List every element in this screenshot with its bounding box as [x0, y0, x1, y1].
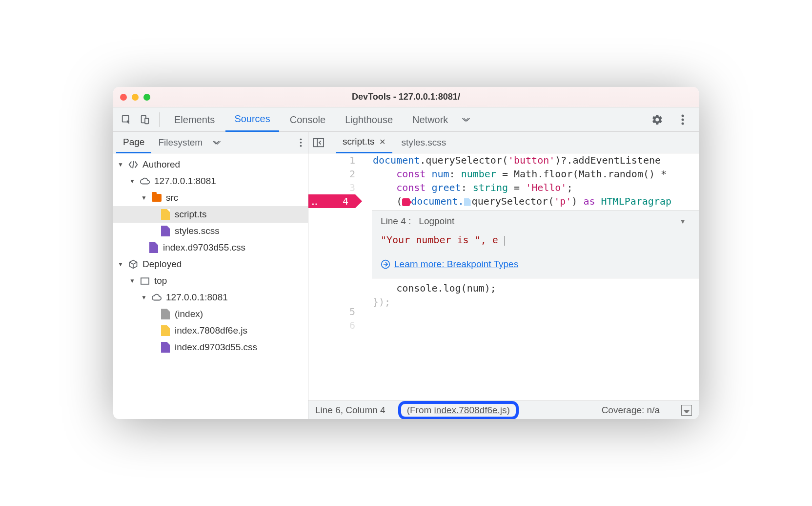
tree-file-index-css-deployed[interactable]: index.d9703d55.css	[113, 339, 308, 356]
chevron-down-icon: ▼	[117, 161, 124, 168]
tree-top[interactable]: ▼ top	[113, 273, 308, 289]
sidebar-tab-filesystem[interactable]: Filesystem	[151, 132, 209, 153]
coverage-status: Coverage: n/a	[602, 405, 660, 416]
tree-section-authored[interactable]: ▼ Authored	[113, 156, 308, 173]
svg-point-5	[682, 122, 684, 125]
more-tabs-icon[interactable]	[459, 117, 473, 123]
logpoint-line-label: Line 4 :	[381, 214, 411, 228]
file-icon	[160, 309, 171, 319]
editor-tab-script-ts[interactable]: script.ts ✕	[336, 132, 392, 153]
chevron-down-icon: ▼	[129, 277, 136, 284]
settings-gear-icon[interactable]	[649, 111, 666, 128]
svg-point-3	[682, 114, 684, 117]
source-editor: script.ts ✕ styles.scss 1 2 3 4 document…	[308, 132, 699, 419]
editor-tabbar: script.ts ✕ styles.scss	[308, 132, 699, 153]
box-icon	[128, 259, 139, 269]
tree-label: index.d9703d55.css	[163, 242, 245, 253]
svg-point-7	[300, 142, 302, 144]
tree-label: Deployed	[142, 259, 182, 270]
main-tabbar: Elements Sources Console Lighthouse Netw…	[113, 107, 699, 132]
frame-icon	[140, 277, 150, 285]
tree-label: 127.0.0.1:8081	[166, 292, 228, 303]
source-map-origin[interactable]: (From index.7808df6e.js)	[402, 404, 515, 417]
tree-label: Authored	[142, 159, 180, 170]
chevron-down-icon: ▼	[129, 178, 136, 185]
breakpoint-marker: 4	[308, 194, 355, 208]
cloud-icon	[140, 177, 150, 185]
tree-label: (index)	[175, 309, 203, 319]
sidebar-tab-page[interactable]: Page	[116, 132, 151, 153]
chevron-down-icon: ▼	[117, 261, 124, 268]
svg-rect-9	[141, 278, 149, 284]
tree-label: index.7808df6e.js	[175, 325, 247, 336]
tree-section-deployed[interactable]: ▼ Deployed	[113, 256, 308, 273]
close-tab-icon[interactable]: ✕	[379, 137, 386, 147]
file-icon	[160, 342, 171, 353]
chevron-down-icon: ▼	[141, 294, 147, 301]
file-icon	[160, 209, 171, 220]
tab-sources[interactable]: Sources	[225, 107, 279, 132]
code-icon	[128, 160, 139, 169]
toggle-drawer-icon[interactable]	[681, 405, 692, 416]
file-icon	[148, 242, 159, 253]
tree-file-styles-scss[interactable]: styles.scss	[113, 223, 308, 239]
file-icon	[160, 325, 171, 336]
logpoint-editor: Line 4 : Logpoint ▼ "Your number is ", e…	[372, 210, 699, 278]
tree-label: styles.scss	[175, 226, 220, 236]
tree-file-index-css[interactable]: index.d9703d55.css	[113, 239, 308, 256]
tab-elements[interactable]: Elements	[165, 107, 223, 132]
tree-file-index-js[interactable]: index.7808df6e.js	[113, 322, 308, 339]
editor-tab-label: styles.scss	[401, 137, 446, 148]
code-area[interactable]: 1 2 3 4 document.querySelector('button')…	[308, 153, 699, 401]
learn-more-link[interactable]: Learn more: Breakpoint Types	[381, 257, 690, 271]
select-element-icon[interactable]	[118, 111, 135, 128]
code-body[interactable]: document.querySelector('button')?.addEve…	[362, 153, 699, 401]
tree-host[interactable]: ▼ 127.0.0.1:8081	[113, 173, 308, 190]
kebab-menu-icon[interactable]	[674, 111, 691, 128]
file-icon	[160, 226, 171, 236]
svg-point-6	[300, 138, 302, 140]
tree-file-script-ts[interactable]: script.ts	[113, 206, 308, 223]
folder-icon	[151, 194, 162, 202]
tree-label: script.ts	[175, 209, 206, 220]
editor-tab-styles-scss[interactable]: styles.scss	[394, 132, 453, 153]
logpoint-type-dropdown[interactable]: Logpoint	[419, 214, 454, 228]
separator	[159, 112, 160, 127]
file-tree: ▼ Authored ▼ 127.0.0.1:8081 ▼ src	[113, 153, 308, 419]
line-gutter[interactable]: 1 2 3 4	[308, 153, 362, 401]
chevron-down-icon[interactable]: ▼	[679, 214, 690, 228]
sidebar-tabbar: Page Filesystem	[113, 132, 308, 153]
tree-label: top	[154, 275, 167, 286]
sidebar-more-tabs-icon[interactable]	[209, 140, 224, 146]
titlebar: DevTools - 127.0.0.1:8081/	[113, 87, 699, 107]
tab-console[interactable]: Console	[281, 107, 334, 132]
sources-sidebar: Page Filesystem ▼ Auth	[113, 132, 308, 419]
svg-point-4	[682, 118, 684, 121]
tree-host[interactable]: ▼ 127.0.0.1:8081	[113, 289, 308, 306]
editor-status-bar: Line 6, Column 4 (From index.7808df6e.js…	[308, 401, 699, 419]
tab-network[interactable]: Network	[404, 107, 457, 132]
window-title: DevTools - 127.0.0.1:8081/	[113, 92, 699, 102]
tree-label: index.d9703d55.css	[175, 342, 257, 353]
svg-rect-2	[145, 118, 148, 124]
tree-file-index[interactable]: (index)	[113, 306, 308, 322]
chevron-down-icon: ▼	[141, 194, 147, 201]
logpoint-expression-input[interactable]: "Your number is ", e	[381, 233, 690, 247]
tree-label: src	[166, 192, 178, 203]
main-split: Page Filesystem ▼ Auth	[113, 132, 699, 419]
tab-lighthouse[interactable]: Lighthouse	[336, 107, 402, 132]
tree-label: 127.0.0.1:8081	[154, 176, 216, 187]
editor-tab-label: script.ts	[343, 136, 374, 147]
tree-folder-src[interactable]: ▼ src	[113, 190, 308, 206]
device-toolbar-icon[interactable]	[137, 111, 153, 128]
source-map-origin-link[interactable]: index.7808df6e.js	[434, 405, 507, 415]
sidebar-kebab-icon[interactable]	[300, 138, 302, 148]
devtools-window: DevTools - 127.0.0.1:8081/ Elements Sour…	[113, 87, 699, 419]
svg-point-8	[300, 145, 302, 147]
cursor-position: Line 6, Column 4	[315, 405, 386, 416]
toggle-navigator-icon[interactable]	[311, 135, 326, 150]
cloud-icon	[151, 294, 162, 301]
